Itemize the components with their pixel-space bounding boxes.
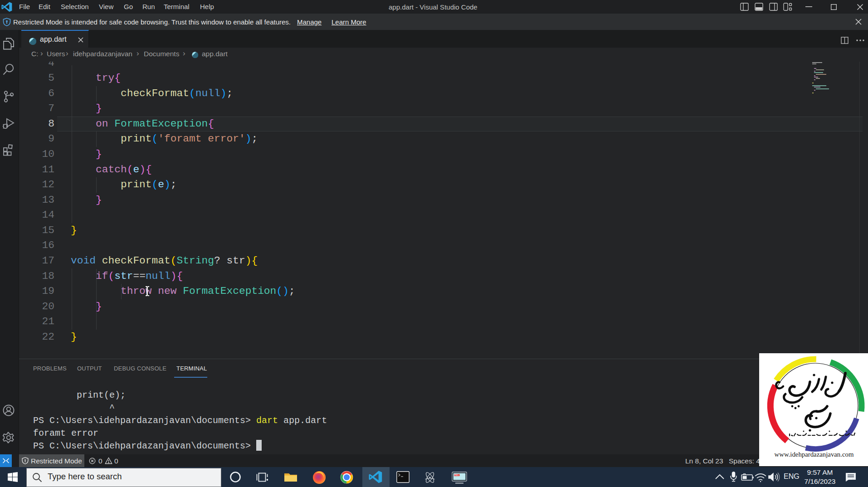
svg-text:www.idehpardazanjavan.com: www.idehpardazanjavan.com: [775, 451, 854, 458]
svg-text:REC: REC: [454, 474, 459, 476]
